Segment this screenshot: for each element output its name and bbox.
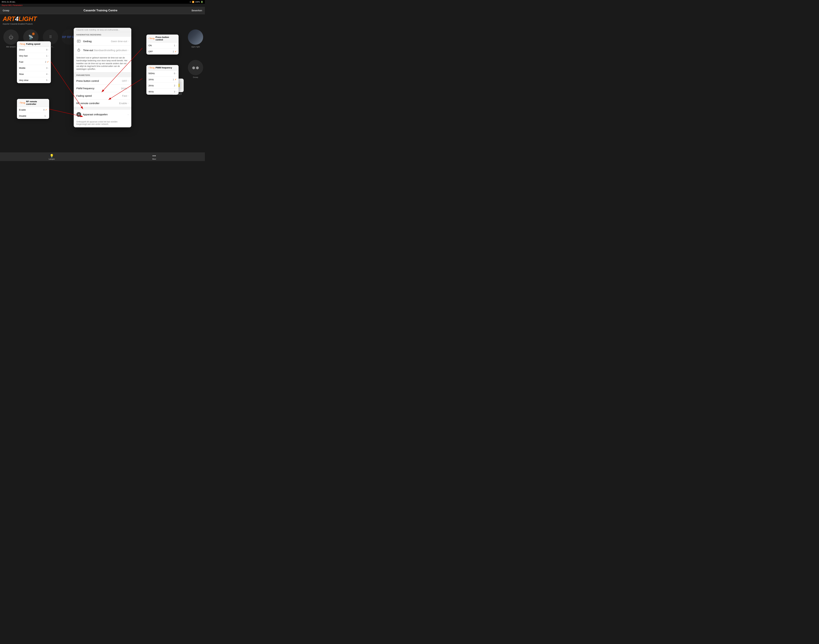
tab-lampen[interactable]: 💡 Lampen (49, 154, 55, 160)
rf-remote-panel: ‹ Terug RF remote controller Enable 0 ✓ … (17, 99, 49, 119)
pwm-option-label: 2KHz (148, 84, 154, 87)
lampen-label: Lampen (49, 158, 55, 160)
fading-option-label: Very slow (19, 79, 28, 81)
device-item-alle-lampen[interactable]: ⏻ Alle lampen (3, 29, 18, 49)
fading-option-direct[interactable]: Direct 0 › (17, 47, 51, 53)
pwm-option-1khz[interactable]: 1KHz 1 ✓ (146, 77, 178, 83)
handmatige-section-header: HANDMATIGE BEDIENING (74, 32, 131, 37)
fading-option-slow[interactable]: Slow 4 › (17, 71, 51, 77)
logo-4: 4 (15, 15, 18, 23)
fading-option-middle[interactable]: Middle 3 › (17, 65, 51, 71)
pwm-option-4khz[interactable]: 4KHz 3 › (146, 89, 178, 95)
main-parameters-panel: Casambi node instelling: de lamp zal ona… (74, 28, 131, 127)
check-mark: ✓ (175, 50, 177, 53)
pwm-option-value: 1 ✓ (173, 78, 177, 81)
fading-option-label: Very fast (19, 55, 28, 57)
scroll-hint: Casambi node instelling: de lamp zal ona… (74, 28, 131, 32)
disconnect-chevron: › (128, 113, 129, 116)
gedrag-value-area: Geen time-out › (111, 40, 129, 43)
nav-edit-button[interactable]: Bewerken (192, 9, 202, 12)
press-button-panel-title: Press button control (155, 36, 177, 41)
rf-back-label: Terug (20, 101, 25, 104)
gedrag-content: Gedrag Geen time-out › (83, 40, 129, 43)
fading-speed-value-area: Fast › (122, 94, 129, 97)
chevron: › (176, 84, 177, 87)
svg-line-5 (79, 50, 79, 51)
app-title: Rayrun NB.1 Parameters (2, 4, 23, 6)
device-circle-signs-right[interactable] (188, 29, 203, 45)
press-button-panel-header: ‹ Terug Press button control (146, 35, 178, 43)
pwm-option-value: 2 › (174, 84, 177, 87)
check-mark: ✓ (45, 109, 47, 111)
timeout-icon (77, 48, 81, 52)
pwm-freq-value-area: 1KHz › (121, 87, 128, 90)
press-button-options-list: ON 1 › OFF 2 ✓ (146, 43, 178, 55)
section-divider (74, 107, 131, 108)
pwm-option-500hz[interactable]: 500Hz 0 › (146, 71, 178, 77)
main-content: ⏻ Alle lampen 📡 1 Nabijgelegen lampen ⠿ … (0, 26, 205, 153)
pwm-freq-label: PWM frequency (77, 87, 95, 90)
pwm-back-button[interactable]: ‹ Terug (148, 67, 155, 69)
pb-option-label: ON (148, 44, 152, 47)
power-icon: ⏻ (9, 34, 13, 40)
rf-panel-title: RF remote controller (26, 100, 47, 105)
logo-subtitle: Importer Casambi Enabled Products (3, 23, 37, 25)
chevron: › (176, 72, 177, 75)
fading-option-label: Slow (19, 73, 24, 75)
pwm-freq-row[interactable]: PWM frequency 1KHz › (74, 85, 131, 92)
timeout-label: Time-out (83, 49, 93, 52)
timeout-row[interactable]: Time-out Standaardinstelling gebruiken › (74, 46, 131, 55)
press-button-row[interactable]: Press button control OFF › (74, 77, 131, 85)
rf-remote-row[interactable]: RF remote controller Enable › (74, 100, 131, 107)
fading-panel-header: ‹ Terug Fading speed (17, 41, 51, 47)
rf-option-disable[interactable]: Disable 1 › (17, 113, 49, 119)
nav-back-button[interactable]: Groep (3, 9, 9, 12)
fading-option-very-slow[interactable]: Very slow 5 › (17, 77, 51, 83)
disconnect-row[interactable]: ✕ Apparaat ontkoppelen › (74, 110, 131, 119)
rf-remote-value-area: Enable › (119, 102, 128, 105)
rf-remote-chevron: › (128, 102, 129, 104)
pwm-panel-header: ‹ Terug PWM frequency (146, 65, 178, 71)
pb-option-on[interactable]: ON 1 › (146, 43, 178, 49)
device-item-groep[interactable]: ⬤ ⬤ Groep (188, 60, 203, 78)
gedrag-value: Geen time-out (111, 40, 127, 43)
device-item-signs-right[interactable]: signs right (188, 29, 203, 48)
wifi-icon: 📡 (28, 35, 33, 40)
ldm-icon: ⠿ (49, 35, 52, 39)
device-circle-alle-lampen[interactable]: ⏻ (3, 29, 18, 45)
meer-icon: ••• (152, 154, 156, 158)
tab-meer[interactable]: ••• Meer (152, 154, 156, 160)
device-label-groep: Groep (193, 76, 198, 78)
fading-option-value: 0 › (46, 48, 49, 51)
fading-back-button[interactable]: ‹ Terug (19, 43, 25, 45)
fading-speed-value: Fast (122, 94, 127, 97)
chevron: › (48, 67, 49, 69)
fading-option-value: 2 ✓ (45, 61, 49, 63)
fading-option-fast[interactable]: Fast 2 ✓ (17, 59, 51, 65)
rf-back-button[interactable]: ‹ Terug (19, 101, 25, 104)
press-button-value: OFF (122, 80, 127, 82)
timeout-value: Standaardinstelling gebruiken (94, 49, 127, 52)
pb-option-value: 1 › (174, 44, 177, 47)
chevron: › (176, 44, 177, 47)
badge-count: 1 (32, 32, 35, 35)
gedrag-row-inner: Gedrag Geen time-out › (83, 40, 129, 43)
logo-light: LIGHT (18, 15, 37, 23)
fading-option-value: 3 › (46, 67, 49, 69)
chevron: › (48, 73, 49, 75)
device-circle-groep[interactable]: ⬤ ⬤ (188, 60, 203, 75)
pwm-option-2khz[interactable]: 2KHz 2 › (146, 83, 178, 89)
pb-option-value: 2 ✓ (173, 50, 177, 53)
press-button-back-button[interactable]: ‹ Terug (148, 37, 155, 40)
rf-option-label: Disable (19, 115, 26, 117)
fading-option-very-fast[interactable]: Very fast 1 › (17, 53, 51, 59)
timeout-row-inner: Time-out Standaardinstelling gebruiken › (83, 49, 129, 52)
svg-rect-0 (77, 40, 80, 42)
pb-option-off[interactable]: OFF 2 ✓ (146, 49, 178, 55)
fading-speed-row[interactable]: Fading speed Fast › (74, 92, 131, 100)
gedrag-row[interactable]: Gedrag Geen time-out › (74, 37, 131, 46)
pwm-option-label: 1KHz (148, 78, 154, 81)
rf-option-enable[interactable]: Enable 0 ✓ (17, 107, 49, 113)
groep-icon: ⬤ ⬤ (192, 66, 199, 69)
pwm-option-label: 500Hz (148, 72, 155, 75)
